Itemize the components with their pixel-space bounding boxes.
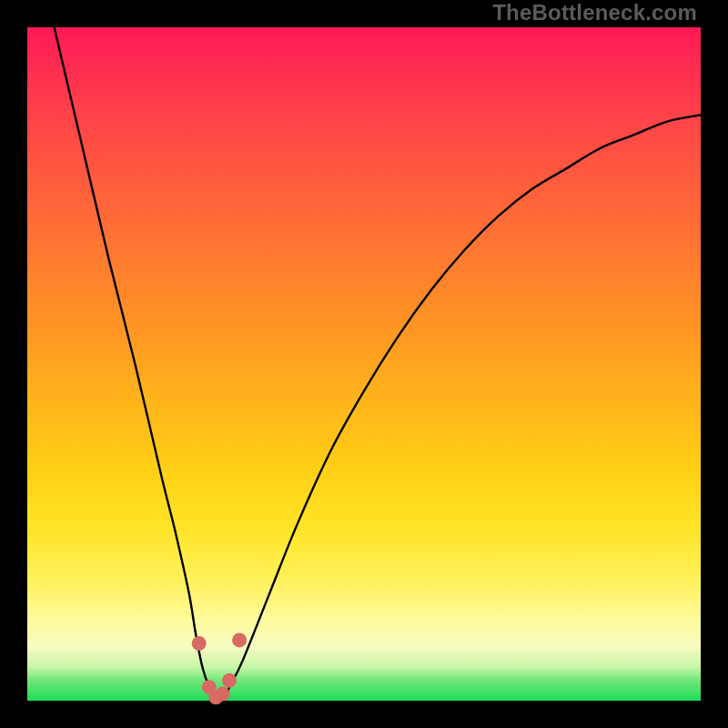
curve-svg — [27, 27, 701, 701]
valley-dot — [232, 632, 247, 647]
valley-dot — [192, 636, 207, 651]
valley-dot — [222, 673, 237, 688]
plot-area — [27, 27, 701, 701]
chart-stage: TheBottleneck.com — [0, 0, 728, 728]
watermark-text: TheBottleneck.com — [492, 0, 697, 25]
valley-dot — [216, 687, 230, 702]
bottleneck-curve — [55, 27, 701, 703]
